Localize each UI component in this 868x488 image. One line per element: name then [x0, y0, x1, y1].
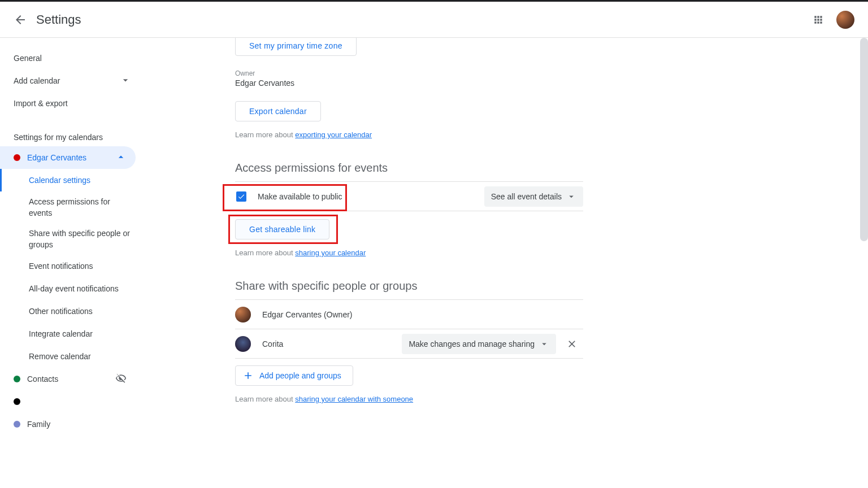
plus-icon [242, 370, 254, 381]
subnav-access-permissions[interactable]: Access permissions for events [0, 191, 145, 223]
learn-more-export: Learn more about exporting your calendar [235, 130, 863, 139]
access-permissions-section: Access permissions for events Make avail… [235, 162, 583, 257]
calendar-name: Edgar Cervantes [27, 153, 86, 162]
calendar-item-edgar[interactable]: Edgar Cervantes [0, 146, 136, 169]
calendar-color-dot [14, 154, 20, 161]
person-name: Edgar Cervantes (Owner) [262, 310, 353, 319]
arrow-left-icon [14, 13, 27, 27]
sharing-with-someone-link[interactable]: sharing your calendar with someone [295, 395, 413, 403]
sharing-calendar-link[interactable]: sharing your calendar [295, 249, 366, 257]
page-title: Settings [36, 12, 81, 27]
chevron-down-icon [539, 339, 549, 349]
owner-name: Edgar Cervantes [235, 79, 863, 88]
calendar-item-family[interactable]: Family [0, 413, 136, 435]
calendar-color-dot [14, 421, 20, 428]
sidebar-item-label: General [14, 54, 42, 63]
shared-person-row: Corita Make changes and manage sharing [235, 329, 583, 359]
google-apps-button[interactable] [807, 8, 830, 31]
dropdown-label: Make changes and manage sharing [409, 339, 535, 348]
sidebar-item-label: Import & export [14, 99, 68, 108]
subnav-share-specific[interactable]: Share with specific people or groups [0, 223, 145, 255]
permission-dropdown[interactable]: Make changes and manage sharing [402, 334, 556, 354]
button-label: Add people and groups [259, 371, 341, 380]
account-avatar[interactable] [836, 11, 854, 29]
calendar-item-unnamed[interactable] [0, 390, 136, 413]
chevron-down-icon [120, 75, 131, 88]
section-heading: Share with specific people or groups [235, 280, 583, 300]
sidebar-item-general[interactable]: General [0, 47, 145, 69]
calendar-item-contacts[interactable]: Contacts [0, 368, 136, 390]
apps-grid-icon [813, 14, 824, 25]
settings-content: Set my primary time zone Owner Edgar Cer… [145, 38, 868, 488]
check-icon [237, 193, 245, 201]
sidebar-item-label: Add calendar [14, 76, 60, 85]
subnav-event-notifications[interactable]: Event notifications [0, 255, 145, 277]
learn-more-sharing: Learn more about sharing your calendar [235, 249, 583, 257]
shared-person-row: Edgar Cervantes (Owner) [235, 300, 583, 329]
exporting-calendar-link[interactable]: exporting your calendar [295, 130, 372, 139]
dropdown-label: See all event details [491, 192, 562, 201]
calendar-name: Contacts [27, 374, 58, 384]
learn-more-share-someone: Learn more about sharing your calendar w… [235, 395, 583, 403]
calendar-color-dot [14, 398, 20, 405]
remove-person-button[interactable] [561, 333, 583, 355]
sidebar-item-add-calendar[interactable]: Add calendar [0, 69, 145, 92]
add-people-button[interactable]: Add people and groups [235, 365, 353, 386]
export-calendar-button[interactable]: Export calendar [235, 101, 321, 121]
settings-sidebar: General Add calendar Import & export Set… [0, 38, 145, 488]
subnav-other-notifications[interactable]: Other notifications [0, 300, 145, 323]
subnav-integrate-calendar[interactable]: Integrate calendar [0, 323, 145, 345]
person-avatar [235, 336, 251, 352]
app-header: Settings [0, 2, 868, 38]
set-primary-tz-button[interactable]: Set my primary time zone [235, 38, 357, 56]
owner-label: Owner [235, 69, 863, 77]
get-shareable-link-button[interactable]: Get shareable link [235, 219, 329, 239]
section-heading: Access permissions for events [235, 162, 583, 182]
subnav-allday-notifications[interactable]: All-day event notifications [0, 277, 145, 300]
person-name: Corita [262, 339, 283, 348]
chevron-down-icon [566, 191, 576, 202]
subnav-calendar-settings[interactable]: Calendar settings [0, 169, 145, 191]
back-button[interactable] [9, 8, 32, 31]
subnav-remove-calendar[interactable]: Remove calendar [0, 345, 145, 368]
make-public-checkbox[interactable] [236, 191, 246, 202]
event-details-dropdown[interactable]: See all event details [484, 186, 583, 207]
visibility-off-icon [115, 373, 127, 386]
person-avatar [235, 307, 251, 323]
make-public-label: Make available to public [258, 192, 342, 201]
sidebar-section-header: Settings for my calendars [0, 124, 145, 146]
scrollbar[interactable] [860, 38, 868, 241]
close-icon [566, 338, 578, 350]
share-specific-section: Share with specific people or groups Edg… [235, 280, 583, 403]
calendar-color-dot [14, 376, 20, 382]
chevron-up-icon [115, 151, 127, 164]
calendar-name: Family [27, 420, 50, 429]
sidebar-item-import-export[interactable]: Import & export [0, 92, 145, 115]
make-public-row: Make available to public See all event d… [235, 182, 583, 211]
